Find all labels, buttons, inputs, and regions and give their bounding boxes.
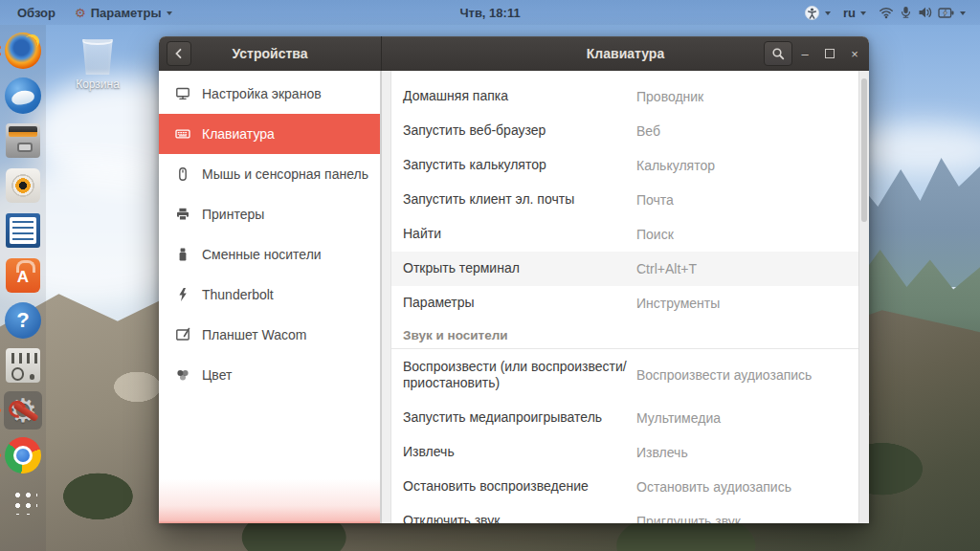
wifi-icon: [879, 5, 894, 20]
back-button[interactable]: [167, 41, 191, 66]
system-status-area[interactable]: [876, 5, 969, 20]
rhythmbox-icon: [6, 168, 40, 203]
shortcut-label: Запустить калькулятор: [391, 157, 636, 174]
sidebar-item-label: Сменные носители: [202, 247, 322, 262]
thunderbird-launcher[interactable]: [4, 77, 42, 115]
shortcut-binding: Почта: [636, 192, 674, 208]
shortcut-row[interactable]: Остановить воспроизведениеОстановить ауд…: [391, 470, 858, 504]
running-indicator: [0, 408, 1, 412]
settings-launcher[interactable]: ⚙: [4, 391, 42, 430]
shortcut-row[interactable]: Открыть терминалCtrl+Alt+T: [391, 252, 858, 286]
minimize-button[interactable]: –: [796, 45, 813, 62]
archive-manager-icon: [6, 123, 40, 158]
ubuntu-software-launcher[interactable]: [4, 256, 42, 295]
chevron-down-icon: [860, 11, 866, 15]
sidebar-item-display[interactable]: Настройка экранов: [159, 74, 380, 114]
chevron-down-icon: [960, 11, 966, 15]
battery-charging-icon: [938, 6, 955, 20]
show-apps-icon: [6, 483, 40, 518]
content-header: Клавиатура – ×: [382, 36, 869, 71]
shortcut-row[interactable]: Домашняя папкаПроводник: [391, 79, 858, 114]
sidebar-item-removable-media[interactable]: Сменные носители: [159, 234, 380, 275]
chrome-launcher[interactable]: [4, 436, 42, 474]
page-title: Клавиатура: [587, 46, 664, 61]
sidebar-item-label: Настройка экранов: [202, 86, 322, 101]
shortcut-row[interactable]: Отключить звукПриглушить звук: [391, 504, 858, 523]
display-icon: [175, 86, 190, 101]
mouse-icon: [175, 166, 190, 182]
sidebar-header: Устройства: [159, 36, 382, 71]
shortcut-binding: Поиск: [636, 227, 674, 242]
wacom-tablet-icon: [175, 327, 190, 342]
sidebar-item-mouse[interactable]: Мышь и сенсорная панель: [159, 154, 380, 194]
thunderbolt-icon: [175, 287, 190, 302]
sidebar-item-keyboard[interactable]: Клавиатура: [159, 114, 380, 154]
activities-label: Обзор: [17, 6, 56, 20]
shortcut-binding: Ctrl+Alt+T: [636, 261, 697, 276]
tweaks-icon: [6, 348, 40, 383]
shortcut-label: Воспроизвести (или воспроизвести/приоста…: [391, 359, 636, 392]
maximize-icon: [825, 49, 835, 58]
show-apps-launcher[interactable]: [4, 481, 42, 519]
accessibility-menu[interactable]: [801, 5, 834, 21]
shortcut-row[interactable]: Запустить веб-браузерВеб: [391, 114, 858, 148]
trash-icon: [81, 36, 114, 75]
trash-label: Корзина: [67, 77, 128, 91]
shortcut-row[interactable]: Запустить калькуляторКалькулятор: [391, 148, 858, 183]
scrollbar-thumb[interactable]: [861, 78, 867, 222]
running-indicator: [0, 453, 1, 457]
firefox-icon: [5, 33, 41, 69]
rhythmbox-launcher[interactable]: [4, 166, 42, 205]
dock: ⚙: [0, 25, 46, 551]
archive-manager-launcher[interactable]: [4, 121, 42, 160]
shortcut-label: Остановить воспроизведение: [391, 478, 636, 496]
libreoffice-writer-launcher[interactable]: [4, 211, 42, 250]
top-bar: Обзор ⚙ Параметры Чтв, 18:11 ru: [0, 0, 980, 25]
shortcut-row[interactable]: НайтиПоиск: [391, 217, 858, 252]
shortcut-label: Запустить медиапроигрыватель: [391, 409, 636, 427]
firefox-launcher[interactable]: [4, 32, 42, 70]
trash-shortcut[interactable]: Корзина: [67, 36, 128, 91]
tweaks-launcher[interactable]: [4, 346, 42, 385]
headerbar[interactable]: Устройства Клавиатура – ×: [159, 36, 869, 71]
chevron-left-icon: [173, 48, 185, 59]
shortcut-row[interactable]: Запустить медиапроигрывательМультимедиа: [391, 401, 858, 435]
close-button[interactable]: ×: [846, 45, 863, 62]
shortcuts-panel: Домашняя папкаПроводникЗапустить веб-бра…: [381, 71, 869, 523]
activities-button[interactable]: Обзор: [10, 0, 63, 25]
help-launcher[interactable]: [4, 301, 42, 340]
shortcut-row[interactable]: Запустить клиент эл. почтыПочта: [391, 183, 858, 217]
keyboard-layout-menu[interactable]: ru: [840, 6, 869, 20]
ubuntu-software-icon: [6, 258, 40, 293]
app-menu[interactable]: ⚙ Параметры: [67, 0, 180, 25]
shortcut-binding: Проводник: [636, 89, 703, 104]
section-header: Звук и носители: [391, 320, 858, 349]
search-icon: [771, 47, 785, 60]
sidebar-item-printer[interactable]: Принтеры: [159, 194, 380, 234]
maximize-button[interactable]: [821, 45, 838, 62]
sidebar-item-wacom-tablet[interactable]: Планшет Wacom: [159, 315, 380, 355]
sidebar-title: Устройства: [232, 46, 307, 61]
scrollbar[interactable]: [858, 71, 869, 523]
libreoffice-writer-icon: [6, 213, 40, 248]
shortcut-label: Отключить звук: [391, 513, 636, 523]
shortcut-label: Параметры: [391, 295, 636, 312]
running-indicator: [0, 46, 1, 56]
settings-gear-icon: ⚙: [75, 7, 86, 19]
shortcut-label: Найти: [391, 226, 636, 243]
shortcut-row[interactable]: Воспроизвести (или воспроизвести/приоста…: [391, 349, 858, 401]
left-gutter: [381, 71, 391, 523]
color-icon: [175, 367, 190, 383]
shortcut-row[interactable]: ИзвлечьИзвлечь: [391, 435, 858, 470]
help-icon: [5, 302, 41, 339]
settings-window: Устройства Клавиатура – × Настройка экра…: [159, 36, 869, 523]
settings-icon: ⚙: [6, 393, 40, 428]
search-button[interactable]: [764, 41, 792, 66]
shortcut-label: Извлечь: [391, 444, 636, 461]
sidebar-item-label: Thunderbolt: [202, 287, 274, 302]
sidebar-item-label: Клавиатура: [202, 126, 275, 142]
sidebar-item-thunderbolt[interactable]: Thunderbolt: [159, 275, 380, 315]
chrome-icon: [5, 437, 41, 474]
shortcut-row[interactable]: ПараметрыИнструменты: [391, 286, 858, 320]
sidebar-item-color[interactable]: Цвет: [159, 355, 380, 395]
